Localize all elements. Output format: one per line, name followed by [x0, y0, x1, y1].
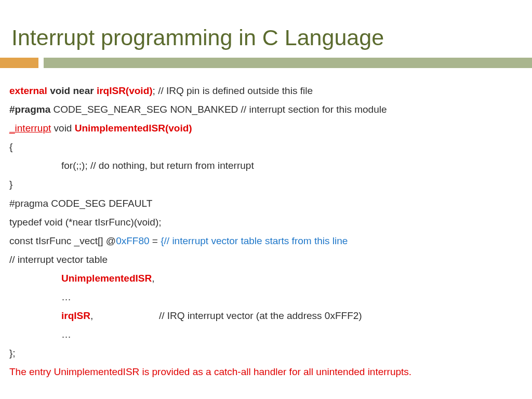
code-line: }; [9, 344, 523, 363]
code-line: irqISR, // IRQ interrupt vector (at the … [9, 307, 523, 325]
text: void near [47, 85, 97, 96]
slide-title: Interrupt programming in C Language [0, 0, 532, 58]
code-line: … [9, 325, 523, 344]
keyword-interrupt: _interrupt [9, 123, 51, 134]
code-line: … [9, 288, 523, 307]
code-line: } [9, 175, 523, 194]
comment: // IRQ interrupt vector (at the address … [159, 310, 362, 321]
text: ; // IRQ pin is defined outside this fil… [153, 85, 313, 96]
code-line: // interrupt vector table [9, 250, 523, 269]
code-line: _interrupt void UnimplementedISR(void) [9, 119, 523, 138]
vector-entry: irqISR [61, 310, 90, 321]
hex-address: 0xFF80 [116, 235, 149, 246]
text: const tIsrFunc _vect[] @ [9, 235, 116, 246]
slide-body: external void near irqISR(void); // IRQ … [0, 82, 532, 382]
spacer [93, 310, 159, 321]
code-line: #pragma CODE_SEG DEFAULT [9, 194, 523, 213]
comment: {// interrupt vector table starts from t… [161, 235, 348, 246]
footer-note: The entry UnimplementedISR is provided a… [9, 363, 523, 381]
accent-bar [0, 58, 532, 68]
code-line: for(;;); // do nothing, but return from … [9, 156, 523, 175]
slide: Interrupt programming in C Language exte… [0, 0, 532, 399]
code-line: #pragma CODE_SEG_NEAR_SEG NON_BANKED // … [9, 100, 523, 119]
text: = [150, 235, 161, 246]
code-line: UnimplementedISR, [9, 269, 523, 288]
accent-bar-gap [38, 58, 44, 68]
func-unimpl: UnimplementedISR(void) [75, 123, 192, 134]
code-line: { [9, 138, 523, 156]
keyword-external: external [9, 85, 47, 96]
accent-bar-green [44, 58, 532, 68]
code-line: const tIsrFunc _vect[] @0xFF80 = {// int… [9, 232, 523, 250]
code-line: external void near irqISR(void); // IRQ … [9, 82, 523, 100]
text: , [152, 273, 154, 284]
accent-bar-orange [0, 58, 38, 68]
func-irqisr: irqISR(void) [97, 85, 153, 96]
text: CODE_SEG_NEAR_SEG NON_BANKED // interrup… [50, 104, 387, 115]
text: void [51, 123, 74, 134]
keyword-pragma: #pragma [9, 104, 50, 115]
vector-entry: UnimplementedISR [61, 273, 152, 284]
code-line: typedef void (*near tIsrFunc)(void); [9, 213, 523, 232]
